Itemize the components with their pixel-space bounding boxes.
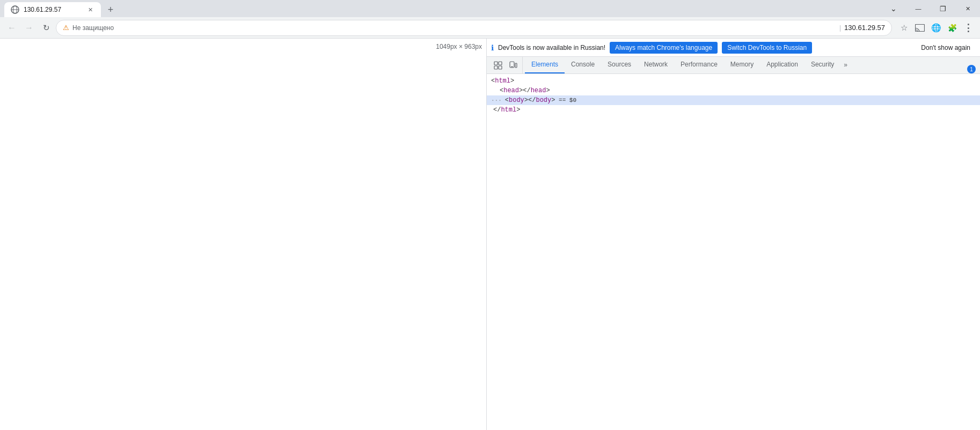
not-secure-label: Не защищено — [72, 24, 836, 32]
back-button[interactable]: ← — [4, 20, 19, 35]
profile-dropdown-button[interactable]: ⌄ — [881, 0, 906, 17]
navigation-toolbar: ← → ↻ ⚠ Не защищено | 130.61.29.57 ☆ 🌐 🧩… — [0, 17, 980, 39]
tab-strip: 130.61.29.57 ✕ + — [0, 0, 881, 17]
devtools-tab-bar: Elements Console Sources Network Perform… — [487, 57, 980, 74]
menu-button[interactable]: ⋮ — [961, 20, 976, 35]
element-picker-button[interactable] — [491, 58, 505, 72]
forward-button[interactable]: → — [21, 20, 36, 35]
globe-button[interactable]: 🌐 — [928, 20, 944, 35]
banner-info-icon: ℹ — [491, 43, 494, 52]
svg-rect-6 — [494, 66, 498, 69]
minimize-button[interactable]: — — [906, 0, 931, 17]
title-bar: 130.61.29.57 ✕ + ⌄ — ❐ ✕ — [0, 0, 980, 17]
dont-show-again-button[interactable]: Don't show again — [916, 42, 976, 54]
banner-message-text: DevTools is now available in Russian! — [498, 44, 605, 51]
address-domain-text: 130.61.29.57 — [844, 24, 885, 32]
cast-button[interactable] — [912, 20, 927, 35]
tab-performance[interactable]: Performance — [674, 56, 724, 73]
tab-application[interactable]: Application — [760, 56, 805, 73]
tab-security[interactable]: Security — [805, 56, 840, 73]
tab-elements[interactable]: Elements — [525, 56, 565, 73]
viewport-size-indicator: 1049px × 963px — [436, 43, 482, 50]
svg-rect-4 — [494, 62, 498, 65]
restore-button[interactable]: ❐ — [931, 0, 955, 17]
html-open-tag[interactable]: <html> — [487, 76, 980, 86]
devtools-toolbar-icons — [489, 57, 523, 73]
more-tabs-button[interactable]: » — [840, 56, 851, 73]
body-tag[interactable]: ··· <body></body> == $0 — [487, 95, 980, 105]
security-warning-icon: ⚠ — [63, 24, 69, 32]
devtools-badge-area: 1 — [967, 65, 978, 73]
browser-shell: 130.61.29.57 ✕ + ⌄ — ❐ ✕ ← → ↻ ⚠ Не защи… — [0, 0, 980, 430]
toolbar-right-controls: ☆ 🌐 🧩 ⋮ — [896, 20, 976, 35]
tab-memory[interactable]: Memory — [724, 56, 760, 73]
main-area: 1049px × 963px ℹ DevTools is now availab… — [0, 39, 980, 430]
devtools-elements-panel[interactable]: <html> <head></head> ··· <body></body> =… — [487, 74, 980, 430]
always-match-language-button[interactable]: Always match Chrome's language — [610, 42, 718, 54]
page-content: 1049px × 963px — [0, 39, 486, 430]
html-close-tag[interactable]: </html> — [487, 105, 980, 115]
device-toolbar-button[interactable] — [506, 58, 520, 72]
head-tag[interactable]: <head></head> — [487, 86, 980, 95]
svg-rect-9 — [515, 63, 517, 68]
browser-tab[interactable]: 130.61.29.57 ✕ — [4, 2, 101, 17]
address-separator: | — [839, 24, 841, 32]
tab-close-button[interactable]: ✕ — [86, 5, 94, 14]
svg-rect-5 — [499, 62, 502, 65]
expand-dots[interactable]: ··· — [491, 97, 502, 103]
address-bar[interactable]: ⚠ Не защищено | 130.61.29.57 — [56, 20, 892, 36]
extensions-button[interactable]: 🧩 — [945, 20, 960, 35]
tab-sources[interactable]: Sources — [601, 56, 638, 73]
window-controls: ⌄ — ❐ ✕ — [881, 0, 980, 17]
bookmark-button[interactable]: ☆ — [896, 20, 911, 35]
close-button[interactable]: ✕ — [955, 0, 980, 17]
new-tab-button[interactable]: + — [103, 2, 118, 17]
reload-button[interactable]: ↻ — [39, 20, 54, 35]
devtools-panel: ℹ DevTools is now available in Russian! … — [486, 39, 980, 430]
devtools-language-banner: ℹ DevTools is now available in Russian! … — [487, 39, 980, 57]
tab-favicon — [11, 5, 19, 14]
tab-title: 130.61.29.57 — [24, 6, 82, 13]
switch-devtools-language-button[interactable]: Switch DevTools to Russian — [722, 42, 812, 54]
tab-network[interactable]: Network — [638, 56, 674, 73]
issues-badge[interactable]: 1 — [967, 65, 976, 73]
tab-console[interactable]: Console — [565, 56, 601, 73]
svg-rect-7 — [499, 66, 502, 69]
